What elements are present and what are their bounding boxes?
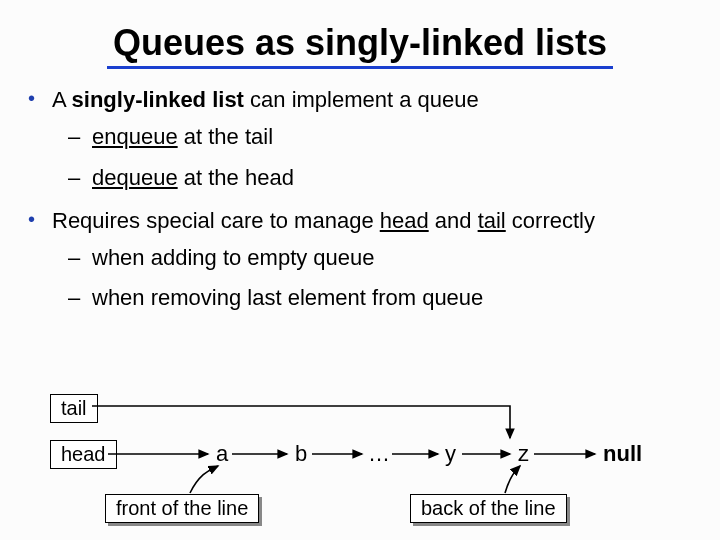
bullet-list: A singly-linked list can implement a que…: [22, 83, 720, 314]
bullet-2b: when removing last element from queue: [58, 283, 720, 314]
text: when removing last element from queue: [92, 285, 483, 310]
bullet-1a: enqueue at the tail: [58, 122, 720, 153]
text: at the head: [178, 165, 294, 190]
text: at the tail: [178, 124, 273, 149]
bullet-1b: dequeue at the head: [58, 163, 720, 194]
slide-title: Queues as singly-linked lists: [107, 22, 613, 69]
linked-list-diagram: tail head a b … y z null front of the li…: [50, 398, 670, 538]
text-bold: singly-linked list: [72, 87, 244, 112]
text: can implement a queue: [244, 87, 479, 112]
text: correctly: [506, 208, 595, 233]
bullet-2a: when adding to empty queue: [58, 243, 720, 274]
text-ul: dequeue: [92, 165, 178, 190]
text: Requires special care to manage: [52, 208, 380, 233]
text-ul: head: [380, 208, 429, 233]
text: when adding to empty queue: [92, 245, 375, 270]
bullet-1: A singly-linked list can implement a que…: [22, 83, 720, 194]
text-ul: tail: [478, 208, 506, 233]
text: A: [52, 87, 72, 112]
arrows-svg: [50, 398, 670, 538]
bullet-2: Requires special care to manage head and…: [22, 204, 720, 315]
text: and: [429, 208, 478, 233]
text-ul: enqueue: [92, 124, 178, 149]
